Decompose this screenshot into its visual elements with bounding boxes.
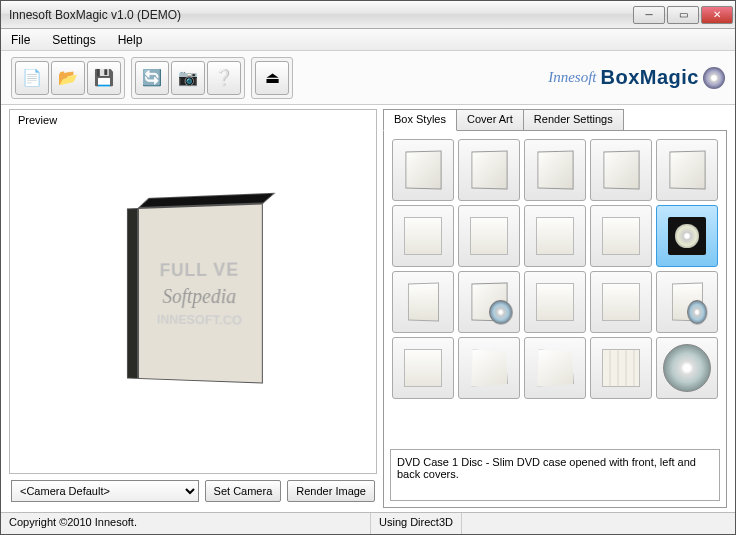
flat-square-1-icon [536,283,574,321]
toolbar: 📄 📂 💾 🔄 📷 ❔ ⏏ Innesoft BoxMagic [1,51,735,105]
style-flat-cover-2[interactable] [458,205,520,267]
close-button[interactable]: ✕ [701,6,733,24]
tool-group-file: 📄 📂 💾 [11,57,125,99]
flat-square-2-icon [602,283,640,321]
flat-cover-4-icon [602,217,640,255]
style-software-box-thick[interactable] [656,139,718,201]
preview-box: FULL VE Softpedia INNESOFT.CO [127,203,263,383]
flat-panel-icon [404,349,442,387]
style-software-box-4[interactable] [590,139,652,201]
help-icon: ❔ [214,68,234,87]
style-dvd-case-1-disc[interactable] [656,205,718,267]
render-image-button[interactable]: Render Image [287,480,375,502]
new-icon: 📄 [22,68,42,87]
set-camera-button[interactable]: Set Camera [205,480,282,502]
watermark-3: INNESOFT.CO [157,312,242,328]
refresh-button[interactable]: 🔄 [135,61,169,95]
maximize-button[interactable]: ▭ [667,6,699,24]
menu-help[interactable]: Help [114,31,147,49]
save-icon: 💾 [94,68,114,87]
style-software-box-1[interactable] [392,139,454,201]
right-pane: Box Styles Cover Art Render Settings DVD… [383,109,727,508]
style-flat-panel[interactable] [392,337,454,399]
style-flat-cover-4[interactable] [590,205,652,267]
menu-file[interactable]: File [7,31,34,49]
style-flat-cover-3[interactable] [524,205,586,267]
flat-cover-2-icon [470,217,508,255]
style-striped-booklet[interactable] [590,337,652,399]
window-title: Innesoft BoxMagic v1.0 (DEMO) [9,8,631,22]
flat-cover-3-icon [536,217,574,255]
camera-icon: 📷 [178,68,198,87]
preview-label: Preview [16,114,59,126]
content: Preview FULL VE Softpedia INNESOFT.CO [1,105,735,512]
style-flat-cover-1[interactable] [392,205,454,267]
save-button[interactable]: 💾 [87,61,121,95]
camera-select[interactable]: <Camera Default> [11,480,199,502]
box-with-discs-icon [471,282,508,322]
exit-button[interactable]: ⏏ [255,61,289,95]
open-button[interactable]: 📂 [51,61,85,95]
tab-render-settings[interactable]: Render Settings [523,109,624,131]
status-copyright: Copyright ©2010 Innesoft. [1,513,371,534]
tab-body: DVD Case 1 Disc - Slim DVD case opened w… [383,130,727,508]
tool-group-exit: ⏏ [251,57,293,99]
style-curved-sheet[interactable] [458,337,520,399]
titlebar: Innesoft BoxMagic v1.0 (DEMO) ─ ▭ ✕ [1,1,735,29]
tabs: Box Styles Cover Art Render Settings [383,109,727,131]
style-bowtie-sheet[interactable] [524,337,586,399]
watermark-1: FULL VE [160,259,240,281]
brand-product: BoxMagic [601,66,699,89]
statusbar: Copyright ©2010 Innesoft. Using Direct3D [1,512,735,534]
exit-icon: ⏏ [265,68,280,87]
preview-front: FULL VE Softpedia INNESOFT.CO [138,203,263,383]
software-box-3-icon [537,150,574,190]
preview-controls: <Camera Default> Set Camera Render Image [9,474,377,508]
preview-canvas[interactable]: FULL VE Softpedia INNESOFT.CO [14,118,372,469]
thin-box-1-icon [408,282,439,322]
style-description: DVD Case 1 Disc - Slim DVD case opened w… [390,449,720,501]
preview-pane: Preview FULL VE Softpedia INNESOFT.CO [9,109,377,474]
style-flat-square-1[interactable] [524,271,586,333]
app-window: Innesoft BoxMagic v1.0 (DEMO) ─ ▭ ✕ File… [0,0,736,535]
menu-settings[interactable]: Settings [48,31,99,49]
style-flat-square-2[interactable] [590,271,652,333]
software-box-4-icon [603,150,640,190]
dvd-case-1-disc-icon [668,217,706,255]
styles-grid [390,137,720,443]
style-software-box-2[interactable] [458,139,520,201]
style-box-with-discs[interactable] [458,271,520,333]
tab-box-styles[interactable]: Box Styles [383,109,457,131]
new-button[interactable]: 📄 [15,61,49,95]
tab-cover-art[interactable]: Cover Art [456,109,524,131]
striped-booklet-icon [602,349,640,387]
style-disc-only[interactable] [656,337,718,399]
help-button[interactable]: ❔ [207,61,241,95]
style-thin-with-disc[interactable] [656,271,718,333]
status-engine: Using Direct3D [371,513,462,534]
snapshot-button[interactable]: 📷 [171,61,205,95]
preview-spine [127,208,138,379]
brand: Innesoft BoxMagic [548,66,725,89]
menubar: File Settings Help [1,29,735,51]
software-box-1-icon [405,150,442,190]
curved-sheet-icon [470,349,508,387]
disc-icon [703,67,725,89]
style-thin-box-1[interactable] [392,271,454,333]
disc-only-icon [663,344,711,392]
open-icon: 📂 [58,68,78,87]
style-software-box-3[interactable] [524,139,586,201]
watermark-2: Softpedia [163,285,237,308]
bowtie-sheet-icon [536,349,574,387]
tool-group-actions: 🔄 📷 ❔ [131,57,245,99]
software-box-thick-icon [669,150,706,190]
refresh-icon: 🔄 [142,68,162,87]
minimize-button[interactable]: ─ [633,6,665,24]
thin-with-disc-icon [672,282,703,322]
flat-cover-1-icon [404,217,442,255]
brand-company: Innesoft [548,69,596,86]
software-box-2-icon [471,150,508,190]
